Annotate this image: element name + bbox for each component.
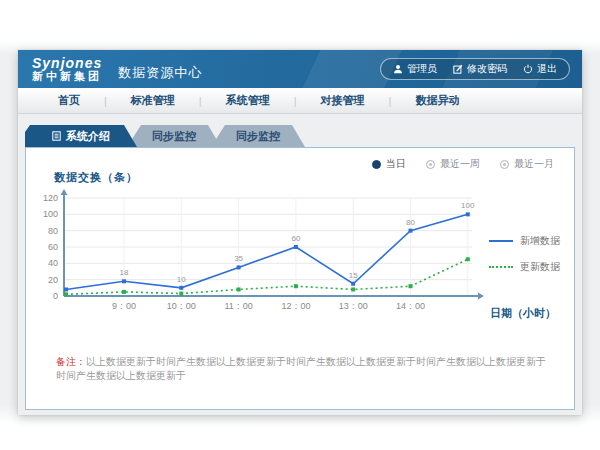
svg-text:80: 80 <box>48 226 58 236</box>
logout-button[interactable]: 退出 <box>523 62 557 76</box>
svg-text:80: 80 <box>406 218 415 227</box>
app-header: Synjones 新中新集团 数据资源中心 管理员 修改密码 退出 <box>18 50 582 88</box>
svg-text:9：00: 9：00 <box>112 301 136 311</box>
svg-text:12：00: 12：00 <box>281 301 310 311</box>
change-password-button[interactable]: 修改密码 <box>453 62 507 76</box>
tab-2[interactable]: 同步监控 <box>211 125 305 147</box>
chart-legend: 新增数据更新数据 <box>489 234 560 274</box>
user-icon <box>393 64 403 74</box>
footnote-text: 以上数据更新于时间产生数据以上数据更新于时间产生数据以上数据更新于时间产生数据以… <box>56 356 546 381</box>
main-nav: 首页|标准管理|系统管理|对接管理|数据异动 <box>18 88 582 114</box>
y-axis-title: 数据交换（条） <box>54 170 138 185</box>
legend-label: 新增数据 <box>520 234 560 248</box>
svg-text:20: 20 <box>48 275 58 285</box>
svg-text:10: 10 <box>177 275 186 284</box>
svg-text:100: 100 <box>43 209 58 219</box>
radio-icon <box>500 160 509 169</box>
page-title: 数据资源中心 <box>118 64 202 82</box>
svg-text:15: 15 <box>349 271 358 280</box>
svg-text:14：00: 14：00 <box>396 301 425 311</box>
svg-text:10：00: 10：00 <box>167 301 196 311</box>
svg-text:18: 18 <box>120 268 129 277</box>
logo-text-en: Synjones <box>32 56 102 71</box>
power-icon <box>523 64 533 74</box>
legend-item-1: 更新数据 <box>489 260 560 274</box>
logo-text-cn: 新中新集团 <box>32 71 102 83</box>
x-axis-title: 日期（小时） <box>490 306 556 321</box>
radio-icon <box>372 160 381 169</box>
legend-label: 更新数据 <box>520 260 560 274</box>
svg-text:13：00: 13：00 <box>339 301 368 311</box>
change-password-label: 修改密码 <box>467 62 507 76</box>
document-icon <box>52 131 61 141</box>
chart-panel: 当日最近一周最近一月 数据交换（条） 0204060801001209：0010… <box>25 147 575 410</box>
account-bar: 管理员 修改密码 退出 <box>380 58 570 80</box>
edit-icon <box>453 64 463 74</box>
svg-text:60: 60 <box>291 234 300 243</box>
tab-label: 同步监控 <box>236 129 280 144</box>
range-filter: 当日最近一周最近一月 <box>372 157 554 171</box>
radio-icon <box>426 160 435 169</box>
app-window: Synjones 新中新集团 数据资源中心 管理员 修改密码 退出 首页|标准管… <box>18 50 582 415</box>
legend-swatch <box>489 240 513 242</box>
svg-text:60: 60 <box>48 242 58 252</box>
svg-text:11：00: 11：00 <box>224 301 252 311</box>
company-logo: Synjones 新中新集团 <box>32 56 102 82</box>
nav-item-1[interactable]: 标准管理 <box>107 93 199 108</box>
tab-bar: 系统介绍同步监控同步监控 <box>25 125 305 147</box>
svg-text:0: 0 <box>53 291 58 301</box>
radio-label: 最近一周 <box>440 157 480 171</box>
user-menu[interactable]: 管理员 <box>393 62 437 76</box>
nav-item-4[interactable]: 数据异动 <box>391 93 483 108</box>
user-label: 管理员 <box>407 62 437 76</box>
radio-range-0[interactable]: 当日 <box>372 157 406 171</box>
radio-label: 当日 <box>386 157 406 171</box>
nav-item-3[interactable]: 对接管理 <box>297 93 389 108</box>
tab-0[interactable]: 系统介绍 <box>25 125 137 147</box>
svg-text:100: 100 <box>461 201 475 210</box>
footnote: 备注：以上数据更新于时间产生数据以上数据更新于时间产生数据以上数据更新于时间产生… <box>56 355 554 383</box>
legend-swatch <box>489 266 513 268</box>
tab-label: 同步监控 <box>152 129 196 144</box>
content-area: 系统介绍同步监控同步监控 当日最近一周最近一月 数据交换（条） 02040608… <box>18 114 582 414</box>
tab-label: 系统介绍 <box>66 129 110 144</box>
radio-range-2[interactable]: 最近一月 <box>500 157 554 171</box>
nav-item-2[interactable]: 系统管理 <box>202 93 294 108</box>
legend-item-0: 新增数据 <box>489 234 560 248</box>
tab-1[interactable]: 同步监控 <box>127 125 221 147</box>
radio-label: 最近一月 <box>514 157 554 171</box>
radio-range-1[interactable]: 最近一周 <box>426 157 480 171</box>
nav-item-0[interactable]: 首页 <box>34 93 104 108</box>
svg-text:40: 40 <box>48 258 58 268</box>
svg-text:35: 35 <box>234 254 243 263</box>
logout-label: 退出 <box>537 62 557 76</box>
footnote-prefix: 备注： <box>56 356 86 367</box>
svg-text:120: 120 <box>43 193 58 203</box>
